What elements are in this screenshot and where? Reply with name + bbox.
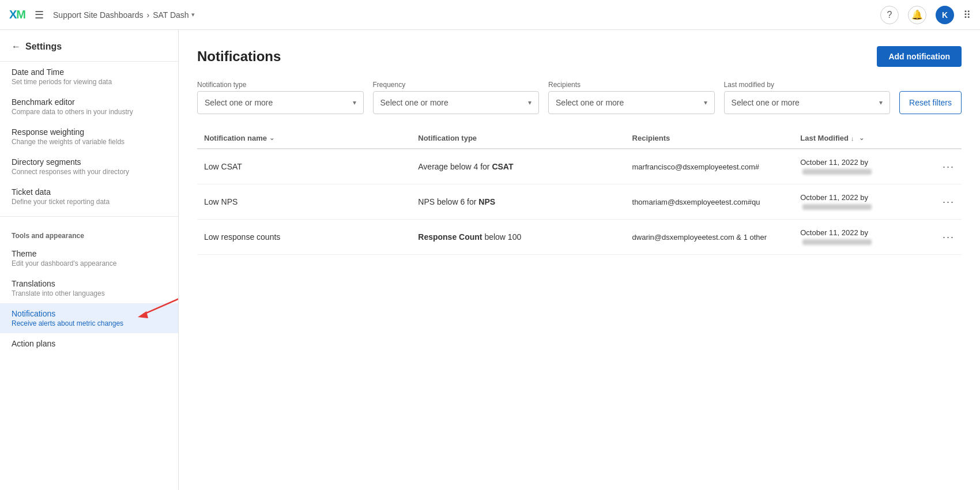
filters-row: Notification type Select one or more ▾ F… (197, 81, 962, 114)
main-header: Notifications Add notification (197, 46, 962, 67)
cell-modified: October 11, 2022 by (793, 184, 931, 220)
sidebar-item-directory-segments[interactable]: Directory segments Connect responses wit… (0, 152, 178, 182)
cell-actions: ··· (931, 220, 962, 255)
filter-notification-type-value: Select one or more (205, 98, 273, 107)
row-actions-button[interactable]: ··· (938, 231, 955, 243)
cell-name: Low response counts (197, 220, 411, 255)
cell-type: Response Count below 100 (411, 220, 625, 255)
sidebar-item-benchmark-editor[interactable]: Benchmark editor Compare data to others … (0, 92, 178, 122)
cell-modified: October 11, 2022 by (793, 220, 931, 255)
cell-type: Average below 4 for CSAT (411, 149, 625, 184)
grid-icon[interactable]: ⠿ (963, 9, 971, 21)
reset-filters-button[interactable]: Reset filters (899, 91, 962, 114)
filter-notification-type-label: Notification type (197, 81, 364, 89)
nav-right: ? 🔔 K ⠿ (880, 6, 971, 24)
modified-date: October 11, 2022 by (800, 158, 868, 167)
notification-type-bold: NPS (478, 197, 495, 206)
cell-modified: October 11, 2022 by (793, 149, 931, 184)
row-actions-button[interactable]: ··· (938, 196, 955, 208)
table-row: Low response counts Response Count below… (197, 220, 962, 255)
filter-last-modified-by-label: Last modified by (724, 81, 891, 89)
notification-name: Low response counts (204, 232, 280, 242)
modified-date: October 11, 2022 by (800, 228, 868, 237)
breadcrumb-separator: › (146, 10, 149, 20)
xm-logo[interactable]: XM (9, 8, 25, 21)
recipient-text: dwarin@dsxemployeetest.com & 1 other (632, 233, 767, 242)
sidebar-item-desc: Set time periods for viewing data (12, 78, 167, 86)
notifications-table: Notification name ⌄ Notification type Re… (197, 128, 962, 255)
sidebar-item-title: Theme (12, 249, 167, 258)
filter-last-modified-by-value: Select one or more (732, 98, 800, 107)
help-icon[interactable]: ? (880, 6, 899, 24)
chevron-down-icon: ▾ (353, 99, 356, 107)
sidebar-item-title: Translations (12, 279, 167, 288)
cell-recipients: dwarin@dsxemployeetest.com & 1 other (625, 220, 794, 255)
col-header-name[interactable]: Notification name ⌄ (197, 128, 411, 149)
sidebar-item-ticket-data[interactable]: Ticket data Define your ticket reporting… (0, 182, 178, 212)
breadcrumb-parent[interactable]: Support Site Dashboards (53, 10, 143, 20)
sidebar-item-desc: Translate into other languages (12, 289, 167, 297)
main-content: Notifications Add notification Notificat… (179, 30, 980, 490)
recipient-text: marfrancisco@dsxemployeetest.com# (632, 163, 760, 171)
xm-logo-accent: M (16, 8, 25, 21)
notification-type-bold: CSAT (492, 162, 513, 171)
table-row: Low NPS NPS below 6 for NPS thomariam@ds… (197, 184, 962, 220)
breadcrumb-current[interactable]: SAT Dash ▾ (153, 10, 195, 20)
filter-last-modified-by-select[interactable]: Select one or more ▾ (724, 91, 891, 114)
back-arrow-icon[interactable]: ← (12, 42, 21, 52)
col-header-recipients[interactable]: Recipients (625, 128, 794, 149)
avatar[interactable]: K (936, 6, 954, 24)
row-actions-button[interactable]: ··· (938, 161, 955, 173)
sidebar-item-theme[interactable]: Theme Edit your dashboard's appearance (0, 243, 178, 273)
col-header-type[interactable]: Notification type (411, 128, 625, 149)
sidebar-item-notifications[interactable]: Notifications Receive alerts about metri… (0, 303, 178, 333)
filter-recipients: Recipients Select one or more ▾ (548, 81, 715, 114)
expand-icon: ⌄ (859, 134, 864, 142)
sidebar-notifications-container: Notifications Receive alerts about metri… (0, 303, 178, 333)
recipient-text: thomariam@dsxemployeetest.com#qu (632, 198, 760, 206)
sidebar-item-response-weighting[interactable]: Response weighting Change the weights of… (0, 122, 178, 152)
filter-notification-type: Notification type Select one or more ▾ (197, 81, 364, 114)
top-nav: XM ☰ Support Site Dashboards › SAT Dash … (0, 0, 980, 30)
notification-type-bold-first: Response Count (418, 232, 482, 242)
sidebar-item-desc: Receive alerts about metric changes (12, 319, 167, 327)
sidebar-item-date-time[interactable]: Date and Time Set time periods for viewi… (0, 62, 178, 92)
sidebar-header: ← Settings (0, 30, 178, 62)
sidebar-item-desc: Compare data to others in your industry (12, 108, 167, 116)
modified-by-blurred (802, 169, 872, 175)
modified-by-blurred (802, 204, 872, 210)
table-row: Low CSAT Average below 4 for CSAT marfra… (197, 149, 962, 184)
chevron-down-icon: ▾ (704, 99, 707, 107)
sidebar-item-desc: Define your ticket reporting data (12, 198, 167, 206)
sort-desc-icon: ↓ (851, 135, 854, 142)
notification-type-suffix: below 100 (483, 232, 522, 242)
filter-frequency: Frequency Select one or more ▾ (373, 81, 540, 114)
notification-name: Low NPS (204, 197, 238, 206)
sidebar-item-title: Benchmark editor (12, 97, 167, 107)
filter-notification-type-select[interactable]: Select one or more ▾ (197, 91, 364, 114)
filter-last-modified-by: Last modified by Select one or more ▾ (724, 81, 891, 114)
filter-recipients-select[interactable]: Select one or more ▾ (548, 91, 715, 114)
sidebar-item-translations[interactable]: Translations Translate into other langua… (0, 273, 178, 303)
col-header-actions (931, 128, 962, 149)
page-title: Notifications (197, 48, 281, 65)
col-header-modified[interactable]: Last Modified ↓ ⌄ (793, 128, 931, 149)
filter-frequency-value: Select one or more (380, 98, 448, 107)
hamburger-icon[interactable]: ☰ (35, 9, 44, 21)
sidebar-item-title: Action plans (12, 339, 167, 348)
cell-name: Low NPS (197, 184, 411, 220)
bell-icon[interactable]: 🔔 (908, 6, 926, 24)
settings-label: Settings (25, 42, 62, 52)
sidebar-item-action-plans[interactable]: Action plans (0, 333, 178, 354)
sidebar-item-desc: Edit your dashboard's appearance (12, 259, 167, 267)
filter-recipients-value: Select one or more (556, 98, 624, 107)
cell-actions: ··· (931, 149, 962, 184)
sidebar: ← Settings Date and Time Set time period… (0, 30, 179, 490)
table-header: Notification name ⌄ Notification type Re… (197, 128, 962, 149)
notification-name: Low CSAT (204, 162, 242, 171)
filter-recipients-label: Recipients (548, 81, 715, 89)
table-body: Low CSAT Average below 4 for CSAT marfra… (197, 149, 962, 255)
filter-frequency-select[interactable]: Select one or more ▾ (373, 91, 540, 114)
add-notification-button[interactable]: Add notification (877, 46, 962, 67)
notification-type-prefix: Average below 4 for (418, 162, 492, 171)
